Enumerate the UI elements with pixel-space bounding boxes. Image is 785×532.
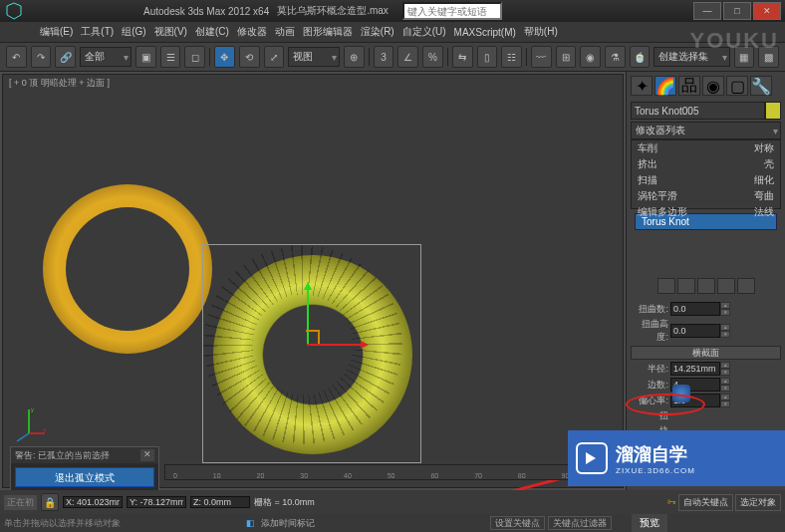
coord-y-input[interactable] bbox=[127, 496, 186, 508]
config-mod-button[interactable] bbox=[737, 278, 755, 294]
torus-object-1[interactable] bbox=[43, 184, 212, 354]
label-twist-num: 扭曲数: bbox=[631, 303, 668, 316]
show-end-button[interactable] bbox=[677, 278, 695, 294]
gizmo-x-axis[interactable] bbox=[307, 344, 367, 346]
snap-button[interactable]: 3 bbox=[374, 46, 394, 68]
viewport[interactable]: [ + 0 顶 明暗处理 + 边面 ] y x bbox=[2, 74, 624, 488]
timeline[interactable]: 0 10 20 30 40 50 60 70 80 90 100 bbox=[164, 464, 626, 480]
menu-maxscript[interactable]: MAXScript(M) bbox=[454, 27, 516, 38]
mod-normal[interactable]: 法线 bbox=[754, 205, 774, 219]
key-icon[interactable]: 🗝 bbox=[667, 497, 676, 507]
menu-customize[interactable]: 自定义(U) bbox=[402, 25, 446, 39]
main-area: [ + 0 顶 明暗处理 + 边面 ] y x bbox=[0, 72, 785, 490]
selected-button[interactable]: 选定对象 bbox=[735, 494, 781, 511]
tab-hierarchy[interactable]: 品 bbox=[678, 76, 700, 96]
dialog-close-button[interactable]: ✕ bbox=[140, 449, 154, 461]
gizmo-xy-plane[interactable] bbox=[306, 330, 320, 344]
help-search-input[interactable] bbox=[402, 2, 502, 20]
center-button[interactable]: ⊕ bbox=[344, 46, 365, 68]
mod-tessellate[interactable]: 细化 bbox=[754, 173, 774, 187]
pct-snap-button[interactable]: % bbox=[422, 46, 443, 68]
material-button[interactable]: ◉ bbox=[580, 46, 601, 68]
select-button[interactable]: ▣ bbox=[135, 46, 156, 68]
autokey-button[interactable]: 自动关键点 bbox=[678, 494, 733, 511]
schematic-button[interactable]: ⊞ bbox=[556, 46, 577, 68]
move-button[interactable]: ✥ bbox=[214, 46, 235, 68]
spinner-scrub-icon[interactable] bbox=[672, 385, 690, 402]
menu-tools[interactable]: 工具(T) bbox=[81, 25, 114, 39]
tab-motion[interactable]: ◉ bbox=[702, 76, 724, 96]
menu-view[interactable]: 视图(V) bbox=[154, 25, 187, 39]
menu-animation[interactable]: 动画 bbox=[275, 25, 295, 39]
named-sel-dropdown[interactable]: 创建选择集 bbox=[654, 47, 729, 67]
label-sides: 边数: bbox=[631, 379, 668, 392]
mod-turbosmooth[interactable]: 涡轮平滑 bbox=[638, 189, 677, 203]
tab-utility[interactable]: 🔧 bbox=[750, 76, 772, 96]
label-radius: 半径: bbox=[631, 363, 668, 376]
status-progress: 正在初 bbox=[4, 495, 37, 510]
spinner-twist-height[interactable]: ▴▾ bbox=[670, 324, 730, 338]
menu-create[interactable]: 创建(C) bbox=[195, 25, 229, 39]
rect-select-button[interactable]: ◻ bbox=[184, 46, 205, 68]
tool-b[interactable]: ▩ bbox=[758, 46, 779, 68]
brand-name: 溜溜自学 bbox=[616, 442, 695, 466]
close-button[interactable]: ✕ bbox=[753, 2, 781, 20]
add-time-tag[interactable]: 添加时间标记 bbox=[261, 517, 315, 530]
lock-selection-button[interactable]: 🔒 bbox=[41, 493, 59, 511]
title-bar: Autodesk 3ds Max 2012 x64 莫比乌斯环概念造型.max … bbox=[0, 0, 785, 22]
object-color-swatch[interactable] bbox=[765, 102, 781, 120]
coord-dropdown[interactable]: 视图 bbox=[288, 47, 340, 67]
dialog-title: 警告: 已孤立的当前选择 bbox=[15, 449, 110, 462]
keyfilter-button[interactable]: 关键点过滤器 bbox=[548, 516, 612, 530]
render-button[interactable]: 🍵 bbox=[630, 46, 651, 68]
angle-snap-button[interactable]: ∠ bbox=[397, 46, 418, 68]
menu-edit[interactable]: 编辑(E) bbox=[40, 25, 73, 39]
curve-editor-button[interactable]: 〰 bbox=[531, 46, 552, 68]
layer-button[interactable]: ☷ bbox=[501, 46, 522, 68]
menu-group[interactable]: 组(G) bbox=[122, 25, 145, 39]
scale-button[interactable]: ⤢ bbox=[264, 46, 285, 68]
mod-bend[interactable]: 弯曲 bbox=[754, 189, 774, 203]
mod-symmetry[interactable]: 对称 bbox=[754, 141, 774, 155]
pin-stack-button[interactable] bbox=[657, 278, 675, 294]
minimize-button[interactable]: — bbox=[693, 2, 721, 20]
coord-z-input[interactable] bbox=[190, 496, 250, 508]
svg-text:x: x bbox=[43, 426, 46, 432]
menu-modifier[interactable]: 修改器 bbox=[237, 25, 267, 39]
object-name-input[interactable] bbox=[631, 102, 765, 120]
undo-button[interactable]: ↶ bbox=[6, 46, 27, 68]
spinner-radius[interactable]: ▴▾ bbox=[670, 362, 730, 376]
maximize-button[interactable]: □ bbox=[723, 2, 751, 20]
rotate-button[interactable]: ⟲ bbox=[239, 46, 260, 68]
select-name-button[interactable]: ☰ bbox=[160, 46, 181, 68]
tab-modify[interactable]: 🌈 bbox=[654, 76, 676, 96]
mod-shell[interactable]: 壳 bbox=[764, 157, 774, 171]
link-button[interactable]: 🔗 bbox=[55, 46, 76, 68]
filter-dropdown[interactable]: 全部 bbox=[80, 47, 131, 67]
exit-isolation-button[interactable]: 退出孤立模式 bbox=[15, 467, 154, 487]
coord-x-input[interactable] bbox=[63, 496, 123, 508]
tick: 40 bbox=[344, 472, 352, 479]
setkey-button[interactable]: 设置关键点 bbox=[490, 516, 545, 530]
align-button[interactable]: ▯ bbox=[477, 46, 498, 68]
redo-button[interactable]: ↷ bbox=[31, 46, 52, 68]
menu-grapheditor[interactable]: 图形编辑器 bbox=[303, 25, 353, 39]
label-eccentricity: 偏心率: bbox=[631, 395, 668, 407]
modifier-list-dropdown[interactable]: 修改器列表 bbox=[631, 122, 781, 139]
spinner-twist-num[interactable]: ▴▾ bbox=[670, 302, 730, 316]
mod-sweep[interactable]: 扫描 bbox=[638, 173, 657, 187]
menu-help[interactable]: 帮助(H) bbox=[524, 25, 558, 39]
remove-mod-button[interactable] bbox=[717, 278, 735, 294]
viewcube-axis-icon[interactable]: y x bbox=[9, 403, 49, 443]
menu-render[interactable]: 渲染(R) bbox=[361, 25, 394, 39]
rollout-section-header[interactable]: 横截面 bbox=[631, 346, 781, 360]
render-setup-button[interactable]: ⚗ bbox=[605, 46, 626, 68]
tab-display[interactable]: ▢ bbox=[726, 76, 748, 96]
mirror-button[interactable]: ⇆ bbox=[452, 46, 473, 68]
viewport-label: [ + 0 顶 明暗处理 + 边面 ] bbox=[9, 77, 110, 90]
tab-create[interactable]: ✦ bbox=[631, 76, 653, 96]
unique-button[interactable] bbox=[697, 278, 715, 294]
mod-lathe[interactable]: 车削 bbox=[638, 141, 657, 155]
mod-extrude[interactable]: 挤出 bbox=[638, 157, 657, 171]
tool-a[interactable]: ▦ bbox=[734, 46, 755, 68]
